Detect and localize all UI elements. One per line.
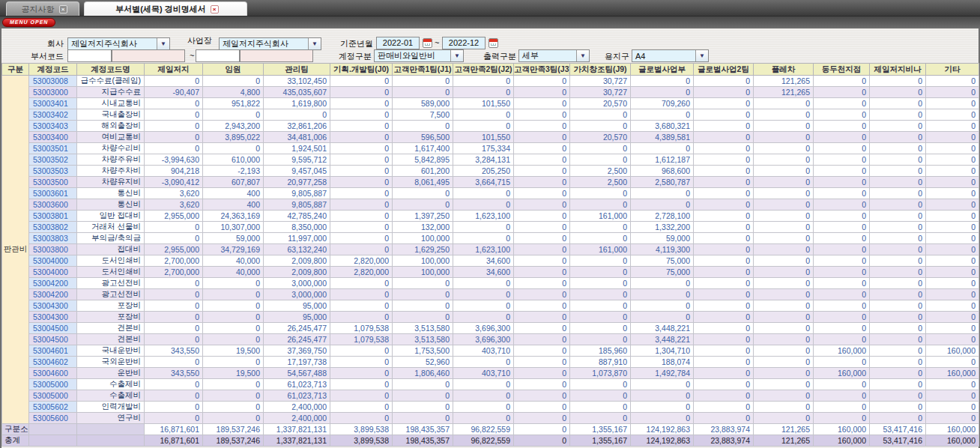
amount-cell[interactable]: 1,924,501 [264, 143, 330, 154]
amount-cell[interactable]: 0 [570, 233, 631, 244]
amount-cell[interactable]: 0 [754, 109, 814, 121]
amount-cell[interactable]: 0 [754, 121, 814, 132]
amount-cell[interactable]: 0 [870, 222, 926, 233]
amount-cell[interactable]: 0 [694, 334, 754, 345]
amount-cell[interactable]: 0 [814, 402, 870, 413]
amount-cell[interactable]: 2,400,000 [264, 402, 330, 413]
amount-cell[interactable]: 0 [694, 211, 754, 222]
account-code-cell[interactable]: 53004601 [29, 345, 77, 357]
amount-cell[interactable]: 4,119,300 [631, 244, 694, 255]
amount-cell[interactable]: 0 [203, 323, 264, 334]
amount-cell[interactable]: 0 [754, 278, 814, 289]
amount-cell[interactable]: 0 [754, 379, 814, 390]
amount-cell[interactable]: 95,000 [264, 312, 330, 323]
account-name-cell[interactable]: 국내운반비 [77, 345, 145, 357]
calendar-icon[interactable] [423, 38, 432, 48]
account-code-cell[interactable]: 53003000 [29, 87, 77, 98]
amount-cell[interactable]: 0 [514, 121, 570, 132]
amount-cell[interactable]: 0 [870, 188, 926, 199]
amount-cell[interactable]: 32,861,206 [264, 121, 330, 132]
amount-cell[interactable]: 2,009,800 [264, 255, 330, 267]
site-select[interactable]: 제일저지주식회사 ▼ [219, 37, 321, 50]
account-name-cell[interactable]: 인력개발비 [77, 402, 145, 413]
amount-cell[interactable]: 0 [814, 278, 870, 289]
amount-cell[interactable]: 0 [631, 390, 694, 402]
amount-cell[interactable]: 0 [203, 413, 264, 424]
amount-cell[interactable]: 3,664,715 [453, 177, 514, 188]
amount-cell[interactable]: 0 [631, 87, 694, 98]
account-name-cell[interactable]: 차량수리비 [77, 143, 145, 154]
amount-cell[interactable]: 2,955,000 [145, 211, 203, 222]
amount-cell[interactable]: 610,000 [203, 154, 264, 166]
blank-cell[interactable] [77, 435, 145, 447]
amount-cell[interactable]: 1,629,250 [393, 244, 453, 255]
account-name-cell[interactable]: 수출제비 [77, 390, 145, 402]
amount-cell[interactable]: 0 [926, 154, 979, 166]
amount-cell[interactable]: 0 [870, 278, 926, 289]
amount-cell[interactable]: 0 [870, 323, 926, 334]
amount-cell[interactable]: 400 [203, 199, 264, 211]
account-name-cell[interactable]: 부의금/축의금 [77, 233, 145, 244]
amount-cell[interactable]: 0 [754, 233, 814, 244]
amount-cell[interactable]: 2,700,000 [145, 255, 203, 267]
amount-cell[interactable]: 0 [145, 334, 203, 345]
amount-cell[interactable]: 0 [926, 323, 979, 334]
amount-cell[interactable]: 100,000 [393, 267, 453, 278]
amount-cell[interactable]: 20,977,258 [264, 177, 330, 188]
amount-cell[interactable]: 0 [926, 98, 979, 109]
amount-cell[interactable]: 3,620 [145, 188, 203, 199]
section-subtotal-row[interactable]: 구분소계16,871,601189,537,2461,337,821,1313,… [2, 424, 979, 435]
table-row[interactable]: 53003502차량주유비-3,994,630610,0009,595,7120… [2, 154, 979, 166]
amount-cell[interactable]: 0 [453, 402, 514, 413]
chevron-down-icon[interactable]: ▼ [576, 50, 589, 61]
amount-cell[interactable]: 0 [870, 379, 926, 390]
amount-cell[interactable]: 0 [870, 312, 926, 323]
amount-cell[interactable]: 0 [453, 76, 514, 87]
table-row[interactable]: 53005602인력개발비002,400,00000000000000 [2, 402, 979, 413]
amount-cell[interactable]: 0 [330, 199, 393, 211]
amount-cell[interactable]: 0 [926, 76, 979, 87]
amount-cell[interactable]: 0 [570, 255, 631, 267]
amount-cell[interactable]: 1,619,800 [264, 98, 330, 109]
amount-cell[interactable]: 101,550 [453, 98, 514, 109]
amount-cell[interactable]: 0 [203, 312, 264, 323]
account-code-cell[interactable]: 53003401 [29, 98, 77, 109]
amount-cell[interactable]: 0 [631, 413, 694, 424]
account-name-cell[interactable]: 지급수수료 [77, 87, 145, 98]
amount-cell[interactable]: 34,481,006 [264, 132, 330, 143]
amount-cell[interactable]: 0 [870, 121, 926, 132]
amount-cell[interactable]: 8,350,000 [264, 222, 330, 233]
amount-cell[interactable]: 188,074 [631, 357, 694, 368]
amount-cell[interactable]: 0 [926, 312, 979, 323]
amount-cell[interactable]: 121,265 [754, 87, 814, 98]
account-name-cell[interactable]: 급수수료(클레임) [77, 76, 145, 87]
amount-cell[interactable]: 33,102,450 [264, 76, 330, 87]
amount-cell[interactable]: 0 [514, 334, 570, 345]
amount-cell[interactable]: 0 [145, 233, 203, 244]
chevron-down-icon[interactable]: ▼ [695, 50, 708, 61]
account-code-cell[interactable]: 53003502 [29, 154, 77, 166]
amount-cell[interactable]: -3,994,630 [145, 154, 203, 166]
amount-cell[interactable]: 0 [264, 109, 330, 121]
amount-cell[interactable]: 0 [814, 76, 870, 87]
amount-cell[interactable]: 968,600 [631, 166, 694, 177]
amount-cell[interactable]: 34,600 [453, 255, 514, 267]
table-row[interactable]: 53005000수출제비0061,023,71300000000000 [2, 390, 979, 402]
amount-cell[interactable]: 0 [870, 166, 926, 177]
amount-cell[interactable]: 0 [870, 413, 926, 424]
amount-cell[interactable]: 0 [514, 300, 570, 312]
account-code-cell[interactable]: 53004500 [29, 323, 77, 334]
tab-notice[interactable]: 공지사항 × [6, 1, 79, 16]
amount-cell[interactable]: 0 [330, 244, 393, 255]
table-row[interactable]: 53003803부의금/축의금059,00011,997,0000100,000… [2, 233, 979, 244]
amount-cell[interactable]: 0 [926, 289, 979, 300]
amount-cell[interactable]: 0 [926, 121, 979, 132]
amount-cell[interactable]: 0 [145, 132, 203, 143]
amount-cell[interactable]: 3,696,300 [453, 323, 514, 334]
account-code-cell[interactable]: 53004602 [29, 357, 77, 368]
amount-cell[interactable]: 16,871,601 [145, 435, 203, 447]
amount-cell[interactable]: 19,500 [203, 368, 264, 379]
amount-cell[interactable]: 0 [330, 211, 393, 222]
amount-cell[interactable]: 1,073,870 [570, 368, 631, 379]
amount-cell[interactable]: 2,580,787 [631, 177, 694, 188]
